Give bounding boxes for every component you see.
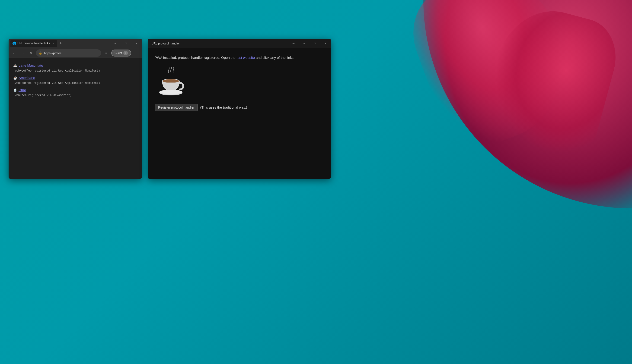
favorites-button[interactable]: ☆: [103, 50, 109, 56]
pwa-window: URL protocol handler ··· − □ × PWA insta…: [148, 39, 331, 179]
pwa-window-controls: ··· − □ ×: [288, 39, 331, 48]
pwa-minimize-button[interactable]: −: [299, 39, 310, 48]
chai-link-row: 🍵 Chai: [13, 87, 137, 93]
address-bar: ← → ↻ 🔒 https://protoc... ☆ Guest ? ···: [9, 48, 142, 58]
guest-label: Guest: [115, 52, 122, 55]
latte-link[interactable]: Latte Macchiato: [19, 63, 43, 68]
pwa-maximize-button[interactable]: □: [310, 39, 320, 48]
pwa-more-button[interactable]: ···: [288, 39, 299, 48]
latte-emoji: ☕: [13, 63, 17, 68]
chai-emoji: 🍵: [13, 88, 17, 92]
latte-meta: (web+coffee registered via Web Applicati…: [13, 69, 137, 73]
window-controls: − □ ×: [110, 39, 142, 48]
minimize-button[interactable]: −: [110, 39, 121, 48]
latte-link-row: ☕ Latte Macchiato: [13, 63, 137, 68]
lock-icon: 🔒: [39, 52, 42, 55]
svg-point-4: [160, 90, 182, 94]
description-start: PWA installed, protocol handler register…: [155, 56, 237, 60]
refresh-button[interactable]: ↻: [28, 50, 34, 56]
browser-window-left: 🌐 URL protocol handler links × + − □ × ←…: [9, 39, 142, 179]
browser-content: ☕ Latte Macchiato (web+coffee registered…: [9, 58, 142, 104]
register-protocol-handler-button[interactable]: Register protocol handler: [155, 104, 198, 111]
browser-titlebar: 🌐 URL protocol handler links × + − □ ×: [9, 39, 142, 48]
close-button[interactable]: ×: [131, 39, 142, 48]
test-website-link[interactable]: test website: [237, 56, 255, 60]
americano-meta: (web+coffee registered via Web Applicati…: [13, 81, 137, 86]
chai-meta: (web+tea registered via JavaScript): [13, 93, 137, 98]
coffee-cup-icon: [155, 66, 187, 98]
forward-button[interactable]: →: [19, 50, 26, 56]
tab-favicon: 🌐: [12, 42, 16, 45]
pwa-titlebar: URL protocol handler ··· − □ ×: [148, 39, 331, 48]
more-options-button[interactable]: ···: [133, 50, 140, 56]
active-tab[interactable]: 🌐 URL protocol handler links ×: [11, 40, 57, 47]
pwa-close-button[interactable]: ×: [320, 39, 331, 48]
coffee-svg: [156, 67, 186, 97]
americano-link[interactable]: Americano: [19, 75, 35, 80]
tab-close-button[interactable]: ×: [51, 42, 55, 45]
guest-avatar: ?: [123, 51, 128, 55]
register-caption: (This uses the traditional way.): [200, 105, 247, 110]
description-end: and click any of the links.: [255, 56, 294, 60]
americano-link-row: ☕ Americano: [13, 75, 137, 80]
pwa-content: PWA installed, protocol handler register…: [148, 48, 331, 118]
chai-link[interactable]: Chai: [19, 87, 26, 93]
tab-title: URL protocol handler links: [17, 42, 50, 45]
pwa-description: PWA installed, protocol handler register…: [155, 55, 324, 60]
url-text: https://protoc...: [44, 52, 98, 55]
maximize-button[interactable]: □: [121, 39, 131, 48]
americano-emoji: ☕: [13, 75, 17, 80]
new-tab-button[interactable]: +: [57, 40, 64, 46]
register-row: Register protocol handler (This uses the…: [155, 104, 324, 111]
back-button[interactable]: ←: [11, 50, 17, 56]
guest-profile-button[interactable]: Guest ?: [111, 50, 131, 56]
url-input-box[interactable]: 🔒 https://protoc...: [36, 49, 101, 57]
